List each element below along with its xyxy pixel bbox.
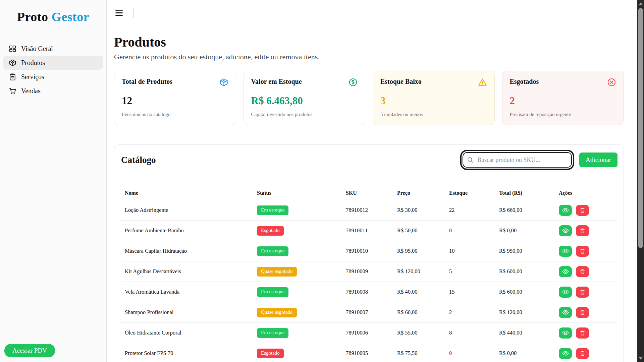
stat-card-caption: Capital investido nos produtos bbox=[251, 112, 358, 117]
product-status-cell: Em estoque bbox=[257, 246, 346, 256]
product-stock: 22 bbox=[449, 207, 499, 214]
clipboard-icon bbox=[9, 73, 16, 81]
sidebar-item-visao-geral[interactable]: Visão Geral bbox=[3, 42, 103, 56]
product-stock: 2 bbox=[449, 309, 499, 316]
product-total: R$ 600,00 bbox=[499, 268, 559, 275]
column-header: Preço bbox=[397, 190, 449, 196]
trash-icon bbox=[580, 207, 585, 213]
topbar-divider bbox=[133, 8, 134, 18]
row-actions bbox=[559, 307, 618, 318]
catalog-panel: Catálogo Adicionar NomeStatusSKUPreçoEst… bbox=[114, 144, 624, 362]
view-product-button[interactable] bbox=[559, 225, 572, 236]
view-product-button[interactable] bbox=[559, 246, 572, 257]
product-name: Máscara Capilar Hidratação bbox=[125, 248, 257, 254]
delete-product-button[interactable] bbox=[576, 225, 589, 236]
status-badge: Esgotado bbox=[257, 349, 284, 358]
stat-cards: Total de Produtos 12 Itens únicos no cat… bbox=[114, 71, 624, 125]
product-stock: 15 bbox=[449, 289, 499, 295]
column-header: Ações bbox=[559, 190, 618, 196]
search-icon bbox=[467, 157, 474, 163]
acessar-pdv-button[interactable]: Acessar PDV bbox=[4, 344, 55, 357]
delete-product-button[interactable] bbox=[576, 266, 589, 277]
stat-card: Esgotados 2 Precisam de reposição urgent… bbox=[502, 71, 624, 125]
row-actions bbox=[559, 205, 618, 216]
window-scrollbar[interactable] bbox=[637, 0, 644, 362]
scrollbar-thumb[interactable] bbox=[638, 8, 643, 248]
product-name: Vela Aromática Lavanda bbox=[125, 289, 257, 295]
hamburger-menu-icon[interactable] bbox=[115, 10, 123, 16]
product-sku: 78910010 bbox=[346, 248, 397, 254]
column-header: SKU bbox=[346, 190, 397, 196]
view-product-button[interactable] bbox=[559, 287, 572, 298]
product-sku: 78910005 bbox=[346, 350, 397, 357]
delete-product-button[interactable] bbox=[576, 287, 589, 298]
trash-icon bbox=[580, 330, 585, 336]
delete-product-button[interactable] bbox=[576, 327, 589, 339]
product-total: R$ 0,00 bbox=[499, 227, 559, 234]
circle-x-icon bbox=[607, 78, 616, 87]
sidebar-item-servicos[interactable]: Serviços bbox=[3, 70, 103, 84]
page-content: Produtos Gerencie os produtos do seu est… bbox=[107, 26, 637, 362]
stat-card-value: 2 bbox=[510, 95, 616, 107]
trash-icon bbox=[580, 310, 585, 315]
delete-product-button[interactable] bbox=[576, 205, 589, 216]
view-product-button[interactable] bbox=[559, 327, 572, 339]
table-row: Loção Adstringente Em estoque 78910012 R… bbox=[120, 200, 618, 220]
stat-card-title: Total de Produtos bbox=[122, 78, 172, 85]
product-sku: 78910009 bbox=[346, 268, 397, 275]
trash-icon bbox=[580, 269, 585, 275]
eye-icon bbox=[562, 248, 569, 254]
sidebar: Proto Gestor Visão Geral Produtos Serviç… bbox=[0, 0, 107, 362]
sidebar-item-label: Serviços bbox=[21, 73, 44, 81]
trash-icon bbox=[580, 248, 585, 254]
product-total: R$ 440,00 bbox=[499, 329, 559, 336]
stat-card-caption: Precisam de reposição urgente bbox=[510, 112, 616, 117]
scrollbar-down-arrow-icon[interactable] bbox=[638, 357, 643, 360]
status-badge: Esgotado bbox=[257, 226, 284, 236]
search-input[interactable] bbox=[463, 152, 572, 168]
product-status-cell: Esgotado bbox=[257, 349, 346, 358]
delete-product-button[interactable] bbox=[576, 307, 589, 318]
sidebar-nav: Visão Geral Produtos Serviços Vendas bbox=[0, 42, 106, 98]
sidebar-item-produtos[interactable]: Produtos bbox=[3, 56, 103, 70]
stat-card: Total de Produtos 12 Itens únicos no cat… bbox=[114, 71, 236, 125]
status-badge: Em estoque bbox=[257, 328, 288, 338]
product-sku: 78910007 bbox=[346, 309, 397, 316]
product-price: R$ 95,00 bbox=[397, 248, 449, 254]
sidebar-item-vendas[interactable]: Vendas bbox=[3, 84, 103, 98]
stat-card: Estoque Baixo 3 5 unidades ou menos bbox=[373, 71, 495, 125]
product-total: R$ 0,00 bbox=[499, 350, 559, 357]
add-product-button[interactable]: Adicionar bbox=[579, 153, 618, 167]
page-title: Produtos bbox=[114, 34, 624, 50]
catalog-actions: Adicionar bbox=[463, 152, 618, 168]
dollar-icon bbox=[348, 78, 358, 87]
product-total: R$ 600,00 bbox=[499, 289, 559, 295]
stat-card-caption: 5 unidades ou menos bbox=[380, 112, 487, 117]
stat-card-value: 3 bbox=[380, 95, 487, 107]
logo-part-accent: Gestor bbox=[51, 10, 89, 24]
topbar bbox=[107, 0, 637, 26]
eye-icon bbox=[562, 207, 569, 214]
table-row: Vela Aromática Lavanda Em estoque 789100… bbox=[120, 282, 618, 302]
stat-card-title: Esgotados bbox=[510, 78, 539, 85]
product-name: Perfume Ambiente Bambu bbox=[125, 227, 257, 234]
column-header: Estoque bbox=[449, 190, 499, 196]
catalog-header: Catálogo Adicionar bbox=[120, 152, 618, 168]
main-area: Produtos Gerencie os produtos do seu est… bbox=[107, 0, 637, 362]
product-sku: 78910008 bbox=[346, 289, 397, 295]
product-stock: 0 bbox=[449, 227, 499, 234]
eye-icon bbox=[562, 309, 569, 316]
delete-product-button[interactable] bbox=[576, 348, 589, 359]
product-status-cell: Quase esgotado bbox=[257, 308, 346, 317]
view-product-button[interactable] bbox=[559, 205, 572, 216]
view-product-button[interactable] bbox=[559, 266, 572, 277]
row-actions bbox=[559, 246, 618, 257]
row-actions bbox=[559, 327, 618, 339]
view-product-button[interactable] bbox=[559, 307, 572, 318]
product-status-cell: Esgotado bbox=[257, 226, 346, 236]
row-actions bbox=[559, 225, 618, 236]
scrollbar-up-arrow-icon[interactable] bbox=[638, 2, 643, 5]
view-product-button[interactable] bbox=[559, 348, 572, 359]
delete-product-button[interactable] bbox=[576, 246, 589, 257]
product-name: Óleo Hidratante Corporal bbox=[125, 329, 257, 336]
